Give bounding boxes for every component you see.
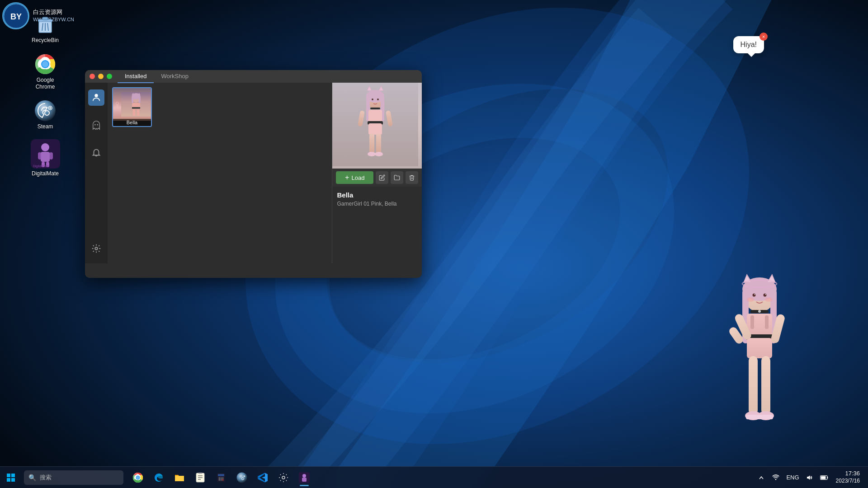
svg-point-61 xyxy=(372,99,373,100)
windows-logo-icon xyxy=(6,473,15,482)
steam-icon xyxy=(34,100,56,122)
tray-battery-icon[interactable] xyxy=(818,469,830,487)
taskbar-steam-icon[interactable] xyxy=(232,468,252,488)
recycle-bin-icon xyxy=(34,14,56,35)
svg-point-62 xyxy=(377,99,379,100)
search-icon: 🔍 xyxy=(28,474,36,481)
svg-rect-107 xyxy=(218,474,224,476)
svg-rect-52 xyxy=(368,110,382,122)
sidebar-icon-person[interactable] xyxy=(88,89,104,106)
desktop-icon-recycle-bin[interactable]: RecycleBin xyxy=(27,14,63,44)
chrome-icon xyxy=(34,53,56,75)
delete-button[interactable] xyxy=(406,171,418,184)
system-tray: ENG 17:36 2023/7/16 xyxy=(755,469,868,487)
desktop-icon-digitalmate[interactable]: DigitalMate DigitalMate xyxy=(27,139,63,178)
svg-text:BY: BY xyxy=(10,12,21,21)
speech-bubble: × Hiya! xyxy=(733,36,764,53)
chrome-label: Google Chrome xyxy=(27,77,63,91)
svg-point-118 xyxy=(282,476,285,479)
svg-rect-34 xyxy=(132,96,133,103)
svg-rect-77 xyxy=(747,338,772,358)
character-preview xyxy=(332,83,422,169)
svg-point-87 xyxy=(753,294,756,297)
svg-point-123 xyxy=(775,479,777,480)
desktop-icon-chrome[interactable]: Google Chrome xyxy=(27,53,63,91)
sidebar-icon-bell[interactable] xyxy=(88,145,104,161)
taskbar-explorer-icon[interactable] xyxy=(170,468,189,488)
tray-network-icon[interactable] xyxy=(769,469,782,487)
bubble-close-button[interactable]: × xyxy=(760,33,768,41)
taskbar-calculator-icon[interactable] xyxy=(211,468,231,488)
system-clock[interactable]: 17:36 2023/7/16 xyxy=(832,469,863,487)
svg-rect-126 xyxy=(827,476,828,479)
detail-panel: + Load xyxy=(332,83,422,263)
load-button[interactable]: + Load xyxy=(336,171,373,184)
svg-rect-56 xyxy=(376,133,381,154)
svg-point-111 xyxy=(219,479,220,480)
recycle-bin-label: RecycleBin xyxy=(32,37,59,44)
svg-rect-127 xyxy=(821,476,826,479)
digitalmate-icon: DigitalMate xyxy=(31,139,60,169)
svg-rect-41 xyxy=(132,107,140,109)
svg-point-109 xyxy=(221,477,222,479)
clock-date: 2023/7/16 xyxy=(836,478,860,485)
bella-card-label: Bella xyxy=(113,119,151,126)
taskbar-chrome-icon[interactable] xyxy=(128,468,148,488)
svg-rect-55 xyxy=(369,133,374,154)
svg-point-30 xyxy=(95,247,98,250)
minimize-button[interactable] xyxy=(98,74,104,79)
svg-rect-74 xyxy=(750,315,754,329)
taskbar-notepad-icon[interactable] xyxy=(190,468,210,488)
tray-chevron-icon[interactable] xyxy=(755,469,768,487)
svg-point-117 xyxy=(244,476,245,477)
taskbar-app-active-icon[interactable] xyxy=(294,468,314,488)
svg-rect-96 xyxy=(7,478,10,482)
svg-point-89 xyxy=(755,294,755,295)
svg-point-100 xyxy=(137,476,140,479)
start-button[interactable] xyxy=(0,467,22,488)
edit-button[interactable] xyxy=(376,171,388,184)
svg-point-13 xyxy=(42,61,48,67)
app-window: Installed WorkShop xyxy=(85,70,422,278)
svg-rect-54 xyxy=(368,123,382,135)
sidebar xyxy=(85,83,108,263)
svg-rect-23 xyxy=(49,152,53,160)
svg-text:DigitalMate: DigitalMate xyxy=(33,164,49,168)
title-bar: Installed WorkShop xyxy=(85,70,422,83)
character-description: GamerGirl 01 Pink, Bella xyxy=(337,201,417,207)
add-icon: + xyxy=(345,174,349,182)
content-area: Bella xyxy=(108,83,422,263)
svg-point-29 xyxy=(97,124,98,126)
svg-point-17 xyxy=(49,107,51,109)
bella-thumbnail xyxy=(113,88,151,121)
characters-grid: Bella xyxy=(108,83,332,263)
sidebar-icon-settings[interactable] xyxy=(88,240,104,257)
svg-marker-124 xyxy=(807,475,810,479)
svg-rect-21 xyxy=(41,152,50,162)
svg-rect-51 xyxy=(370,108,380,109)
language-indicator[interactable]: ENG xyxy=(784,474,801,481)
svg-point-92 xyxy=(765,297,772,302)
close-button[interactable] xyxy=(90,74,95,79)
svg-rect-94 xyxy=(7,474,10,477)
load-bar: + Load xyxy=(332,169,422,187)
svg-point-57 xyxy=(368,152,376,156)
taskbar-vscode-icon[interactable] xyxy=(253,468,273,488)
svg-rect-95 xyxy=(11,474,15,477)
sidebar-icon-ghost[interactable] xyxy=(88,117,104,133)
tray-volume-icon[interactable] xyxy=(803,469,816,487)
svg-point-121 xyxy=(302,474,306,478)
maximize-button[interactable] xyxy=(107,74,112,79)
tab-installed[interactable]: Installed xyxy=(118,70,154,83)
folder-button[interactable] xyxy=(391,171,403,184)
taskbar-edge-icon[interactable] xyxy=(149,468,169,488)
character-card-bella[interactable]: Bella xyxy=(112,87,152,127)
desktop-icon-steam[interactable]: Steam xyxy=(27,100,63,131)
search-bar[interactable]: 🔍 搜索 xyxy=(24,470,123,485)
taskbar: 🔍 搜索 xyxy=(0,466,868,488)
svg-point-113 xyxy=(222,479,224,480)
svg-point-20 xyxy=(41,143,49,151)
tab-workshop[interactable]: WorkShop xyxy=(154,70,195,83)
taskbar-settings-icon[interactable] xyxy=(274,468,293,488)
speech-text: Hiya! xyxy=(741,41,757,48)
